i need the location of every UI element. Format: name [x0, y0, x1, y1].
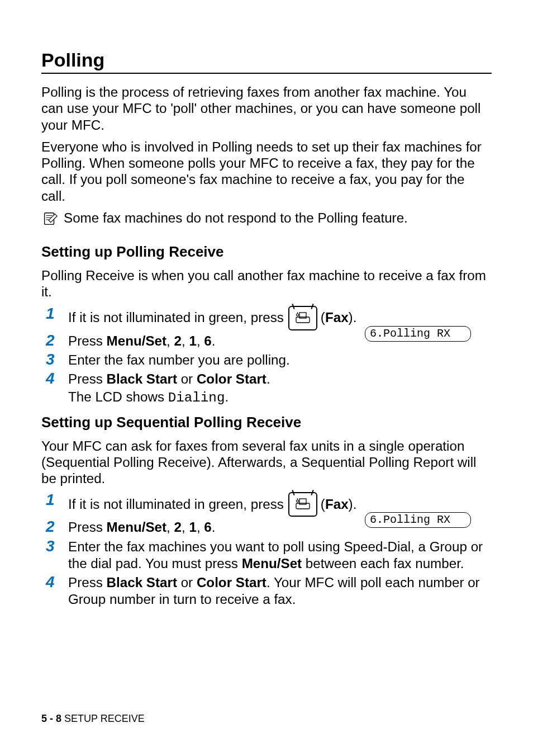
svg-point-9: [296, 500, 298, 502]
step-b3: Enter the fax machines you want to poll …: [41, 538, 492, 573]
step-a4-sub-end: .: [225, 389, 229, 404]
step-a2-sep1: ,: [182, 333, 189, 348]
section-a-steps: If it is not illuminated in green, press…: [41, 306, 492, 407]
step-b2-pre: Press: [68, 519, 107, 535]
section-b-steps-wrap: 6.Polling RX If it is not illuminated in…: [41, 492, 492, 608]
section-a-title: Setting up Polling Receive: [41, 243, 492, 261]
step-b2-k3: 6: [204, 519, 211, 535]
step-a2-k2: 1: [189, 333, 196, 348]
step-a2-bold: Menu/Set: [107, 333, 167, 348]
section-a-steps-wrap: 6.Polling RX If it is not illuminated in…: [41, 306, 492, 407]
section-b-title: Setting up Sequential Polling Receive: [41, 414, 492, 431]
step-b2-sep2: ,: [197, 519, 204, 535]
step-b1-open: (: [321, 496, 325, 513]
step-b4-b1: Black Start: [107, 575, 177, 590]
fax-button-icon: [288, 306, 317, 330]
step-a4-b1: Black Start: [107, 371, 177, 386]
step-a3: Enter the fax number you are polling.: [41, 352, 492, 368]
step-b1: If it is not illuminated in green, press…: [41, 492, 492, 517]
step-a2-end: .: [212, 333, 216, 348]
step-a2-sep2: ,: [197, 333, 204, 348]
section-b-steps: If it is not illuminated in green, press…: [41, 492, 492, 608]
step-a4-end: .: [266, 371, 270, 386]
section-b-intro: Your MFC can ask for faxes from several …: [41, 438, 492, 487]
step-a1-fax: Fax: [325, 309, 349, 326]
intro-paragraph-1: Polling is the process of retrieving fax…: [41, 84, 492, 133]
step-a2-k1: 2: [174, 333, 182, 348]
step-b2-end: .: [212, 519, 216, 535]
note-callout: Some fax machines do not respond to the …: [41, 210, 492, 230]
step-b4-mid: or: [177, 575, 197, 590]
step-b1-fax: Fax: [325, 496, 349, 513]
step-b2: Press Menu/Set, 2, 1, 6.: [41, 519, 492, 536]
note-text: Some fax machines do not respond to the …: [64, 210, 408, 226]
svg-point-6: [296, 314, 298, 316]
step-a4-sub-pre: The LCD shows: [68, 389, 168, 404]
fax-glyph-icon: [295, 498, 311, 511]
step-b1-pre: If it is not illuminated in green, press: [68, 496, 284, 513]
section-a-intro: Polling Receive is when you call another…: [41, 267, 492, 300]
step-a2: Press Menu/Set, 2, 1, 6.: [41, 333, 492, 349]
step-b2-k2: 1: [189, 519, 196, 535]
intro-paragraph-2: Everyone who is involved in Polling need…: [41, 139, 492, 204]
step-a2-k3: 6: [204, 333, 211, 348]
note-icon-svg: [41, 211, 58, 228]
footer-section: SETUP RECEIVE: [64, 713, 145, 724]
step-b4-b2: Color Start: [197, 575, 266, 590]
step-b2-sep1: ,: [182, 519, 189, 535]
page-title: Polling: [41, 49, 492, 71]
step-b2-k1: 2: [174, 519, 182, 535]
step-b3-post: between each fax number.: [302, 556, 464, 571]
page-footer: 5 - 8 SETUP RECEIVE: [41, 713, 145, 725]
step-a1-open: (: [321, 309, 325, 326]
step-b4-pre: Press: [68, 575, 107, 590]
step-b2-bold: Menu/Set: [107, 519, 167, 535]
step-b2-rest: ,: [166, 519, 174, 535]
step-a4-b2: Color Start: [197, 371, 266, 386]
step-a1: If it is not illuminated in green, press…: [41, 306, 492, 330]
step-a2-rest: ,: [166, 333, 174, 348]
fax-button-icon: [288, 492, 317, 517]
step-b1-close: ).: [349, 496, 357, 513]
step-a4-sub-code: Dialing: [168, 390, 225, 405]
step-a1-pre: If it is not illuminated in green, press: [68, 309, 284, 326]
step-a4: Press Black Start or Color Start. The LC…: [41, 371, 492, 407]
footer-page-number: 5 - 8: [41, 713, 61, 724]
title-rule: [41, 73, 492, 74]
step-a4-pre: Press: [68, 371, 107, 386]
step-b4: Press Black Start or Color Start. Your M…: [41, 574, 492, 608]
step-b3-bold: Menu/Set: [242, 556, 302, 571]
step-a4-mid: or: [177, 371, 197, 386]
fax-glyph-icon: [295, 311, 311, 325]
step-a2-pre: Press: [68, 333, 107, 348]
step-a1-close: ).: [349, 309, 357, 326]
clipboard-note-icon: [41, 210, 58, 230]
